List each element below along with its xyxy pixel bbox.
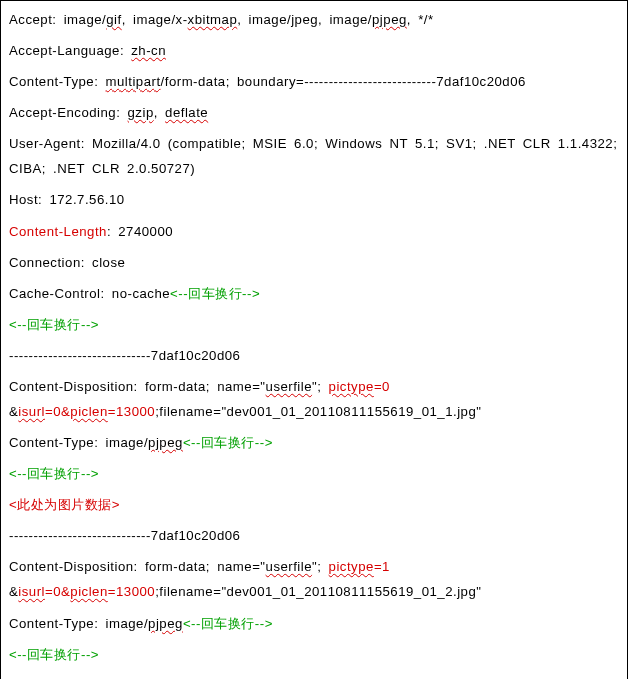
text-segment: , */* xyxy=(407,12,434,27)
line: <此处为图片数据> xyxy=(9,492,619,517)
text-segment: <--回车换行--> xyxy=(183,435,273,450)
text-segment: Content-Type: image/ xyxy=(9,435,148,450)
text-segment: Content-Type: image/ xyxy=(9,616,148,631)
text-segment: , image/jpeg, image/ xyxy=(237,12,372,27)
line: User-Agent: Mozilla/4.0 (compatible; MSI… xyxy=(9,131,619,181)
text-segment: Accept-Language: xyxy=(9,43,131,58)
line: <此处为图片数据> xyxy=(9,673,619,679)
line: <--回车换行--> xyxy=(9,461,619,486)
text-segment: isurl xyxy=(18,404,45,419)
text-segment: Cache-Control: no-cache xyxy=(9,286,170,301)
text-segment: pictype xyxy=(329,559,374,574)
text-segment: =0 xyxy=(374,379,390,394)
text-segment: piclen xyxy=(70,584,107,599)
line: Content-Type: image/pjpeg<--回车换行--> xyxy=(9,611,619,636)
text-segment: Content-Type: xyxy=(9,74,106,89)
line: Cache-Control: no-cache<--回车换行--> xyxy=(9,281,619,306)
line: Content-Type: multipart/form-data; bound… xyxy=(9,69,619,94)
text-segment: userfile xyxy=(266,379,313,394)
text-segment: <--回车换行--> xyxy=(170,286,260,301)
text-segment: ;filename="dev001_01_20110811155619_01_2… xyxy=(155,584,481,599)
text-segment: & xyxy=(9,404,18,419)
text-segment: isurl xyxy=(18,584,45,599)
text-segment: , image/x- xyxy=(122,12,188,27)
text-segment: & xyxy=(9,584,18,599)
text-segment: zh-cn xyxy=(131,43,166,58)
text-segment: Host: 172.7.56.10 xyxy=(9,192,125,207)
line: Content-Length: 2740000 xyxy=(9,219,619,244)
text-segment: -----------------------------7daf10c20d0… xyxy=(9,528,240,543)
text-segment: Accept-Encoding: xyxy=(9,105,128,120)
text-segment: =13000 xyxy=(108,584,155,599)
text-segment: <此处为图片数据> xyxy=(9,497,120,512)
line: <--回车换行--> xyxy=(9,312,619,337)
text-segment: gif xyxy=(106,12,121,27)
text-segment: Content-Disposition: form-data; name=" xyxy=(9,379,266,394)
line: Content-Disposition: form-data; name="us… xyxy=(9,374,619,424)
text-segment: , xyxy=(154,105,165,120)
text-segment: xbitmap xyxy=(188,12,238,27)
text-segment: Connection: close xyxy=(9,255,125,270)
line: Accept-Encoding: gzip, deflate xyxy=(9,100,619,125)
line: -----------------------------7daf10c20d0… xyxy=(9,523,619,548)
line: Accept-Language: zh-cn xyxy=(9,38,619,63)
text-segment: <--回车换行--> xyxy=(9,647,99,662)
text-segment: -----------------------------7daf10c20d0… xyxy=(9,348,240,363)
text-segment: "; xyxy=(312,379,329,394)
text-segment: User-Agent: Mozilla/4.0 (compatible; MSI… xyxy=(9,136,617,176)
text-segment: /form-data; boundary=-------------------… xyxy=(161,74,526,89)
text-segment: deflate xyxy=(165,105,208,120)
text-segment: =13000 xyxy=(108,404,155,419)
line: Accept: image/gif, image/x-xbitmap, imag… xyxy=(9,7,619,32)
text-segment: pictype xyxy=(329,379,374,394)
text-segment: <--回车换行--> xyxy=(9,317,99,332)
line: Connection: close xyxy=(9,250,619,275)
text-segment: Accept: image/ xyxy=(9,12,106,27)
line: Content-Disposition: form-data; name="us… xyxy=(9,554,619,604)
text-segment: gzip xyxy=(128,105,154,120)
text-segment: : 2740000 xyxy=(107,224,173,239)
text-segment: pjpeg xyxy=(372,12,407,27)
text-segment: Content-Disposition: form-data; name=" xyxy=(9,559,266,574)
text-segment: ;filename="dev001_01_20110811155619_01_1… xyxy=(155,404,481,419)
line: <--回车换行--> xyxy=(9,642,619,667)
text-segment: Content-Length xyxy=(9,224,107,239)
text-segment: multipart xyxy=(106,74,161,89)
text-segment: pjpeg xyxy=(148,435,183,450)
text-segment: =0& xyxy=(45,404,70,419)
http-request-document: Accept: image/gif, image/x-xbitmap, imag… xyxy=(0,0,628,679)
text-segment: userfile xyxy=(266,559,313,574)
line: Host: 172.7.56.10 xyxy=(9,187,619,212)
text-segment: <--回车换行--> xyxy=(9,466,99,481)
text-segment: =0& xyxy=(45,584,70,599)
text-segment: pjpeg xyxy=(148,616,183,631)
text-segment: <--回车换行--> xyxy=(183,616,273,631)
text-segment: piclen xyxy=(70,404,107,419)
line: -----------------------------7daf10c20d0… xyxy=(9,343,619,368)
text-segment: =1 xyxy=(374,559,390,574)
text-segment: "; xyxy=(312,559,329,574)
line: Content-Type: image/pjpeg<--回车换行--> xyxy=(9,430,619,455)
